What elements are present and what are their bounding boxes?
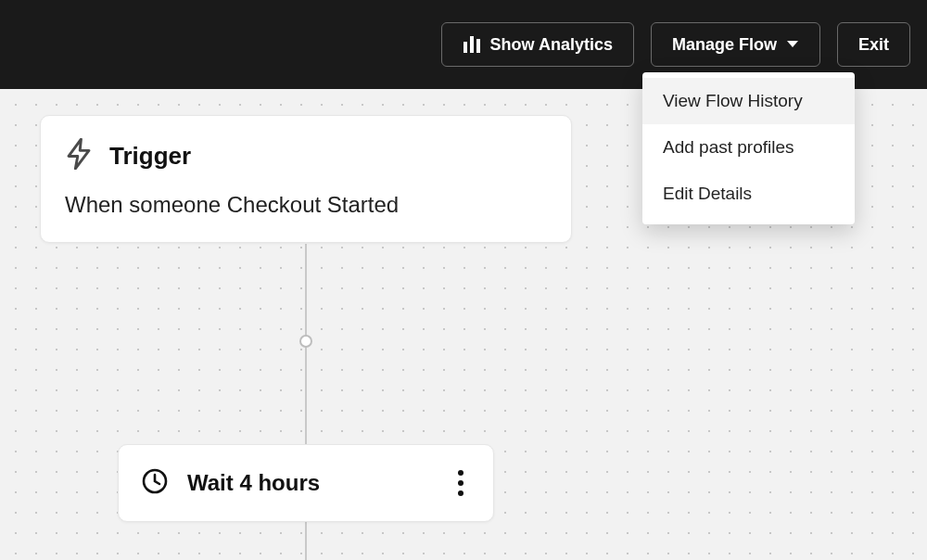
show-analytics-label: Show Analytics: [490, 35, 613, 55]
kebab-menu-icon[interactable]: [451, 463, 471, 503]
manage-flow-button[interactable]: Manage Flow: [651, 22, 820, 67]
svg-rect-2: [476, 39, 480, 53]
menu-item-label: Edit Details: [663, 184, 752, 204]
menu-item-view-flow-history[interactable]: View Flow History: [642, 78, 855, 124]
show-analytics-button[interactable]: Show Analytics: [441, 22, 634, 67]
svg-rect-1: [470, 36, 474, 53]
exit-label: Exit: [858, 35, 889, 55]
caret-down-icon: [786, 40, 799, 49]
bar-chart-icon: [463, 36, 481, 53]
trigger-header: Trigger: [65, 138, 547, 173]
trigger-description: When someone Checkout Started: [65, 192, 547, 218]
lightning-icon: [65, 138, 93, 173]
svg-rect-0: [464, 42, 467, 53]
trigger-card[interactable]: Trigger When someone Checkout Started: [40, 115, 572, 243]
exit-button[interactable]: Exit: [837, 22, 910, 67]
wait-label: Wait 4 hours: [187, 470, 432, 496]
manage-flow-dropdown: View Flow History Add past profiles Edit…: [642, 72, 855, 224]
connector-node[interactable]: [299, 335, 312, 348]
clock-icon: [141, 467, 169, 499]
menu-item-label: View Flow History: [663, 91, 803, 111]
menu-item-edit-details[interactable]: Edit Details: [642, 171, 855, 217]
trigger-title: Trigger: [109, 142, 191, 171]
manage-flow-label: Manage Flow: [672, 35, 777, 55]
wait-card[interactable]: Wait 4 hours: [118, 444, 494, 522]
menu-item-add-past-profiles[interactable]: Add past profiles: [642, 124, 855, 171]
menu-item-label: Add past profiles: [663, 137, 794, 158]
